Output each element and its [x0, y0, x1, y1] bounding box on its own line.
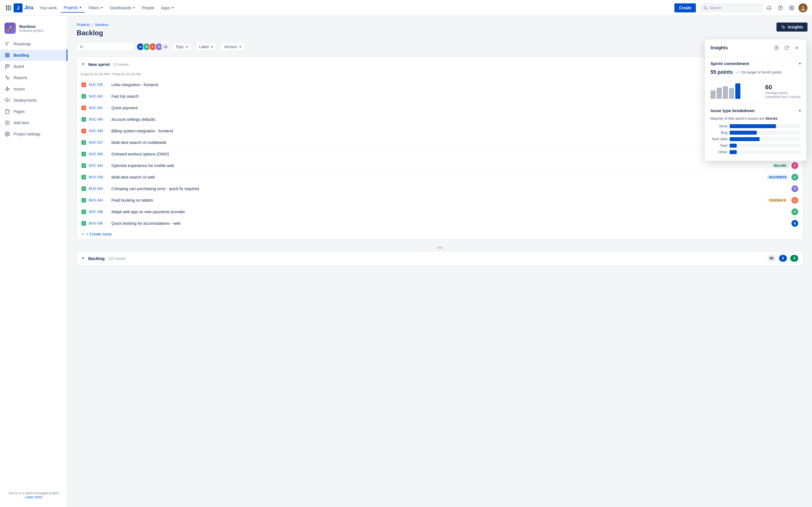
sidebar-item-issues[interactable]: Issues — [0, 83, 67, 95]
sidebar-item-deployments[interactable]: Deployments — [0, 95, 67, 106]
sidebar-item-reports[interactable]: Reports — [0, 72, 67, 83]
issue-key[interactable]: NUC-335 — [89, 83, 109, 87]
filter-search-input[interactable] — [85, 45, 130, 49]
table-row[interactable]: ✓NUC-344Optimize experience for mobile w… — [77, 160, 803, 172]
version-filter[interactable]: Version ▼ — [220, 43, 245, 51]
issue-avatar: O — [792, 197, 798, 204]
sprint-commitment-chevron[interactable]: ▾ — [799, 62, 801, 66]
sidebar-item-backlog[interactable]: Backlog — [0, 50, 67, 61]
nav-dashboards[interactable]: Dashboards ▼ — [107, 3, 138, 12]
issue-key[interactable]: BUG-338 — [89, 175, 109, 179]
sprint-toggle[interactable]: ▼ — [82, 62, 85, 66]
project-settings-label: Project settings — [13, 132, 41, 136]
label-filter[interactable]: Label ▼ — [195, 43, 217, 51]
table-row[interactable]: ✓NUC-360Onboard workout options (OWO)ACC… — [77, 149, 803, 160]
issue-key[interactable]: NUC-346 — [89, 210, 109, 214]
table-row[interactable]: ✓NUC-346Adapt web app no new payments pr… — [77, 206, 803, 218]
issue-summary[interactable]: Billing system integration - frontend — [111, 129, 789, 133]
issue-summary[interactable]: Links integration - frontend — [111, 82, 769, 87]
issue-summary[interactable]: Quick booking for accomodations - web — [111, 221, 789, 226]
issue-key[interactable]: NUC-344 — [89, 164, 109, 168]
epic-filter[interactable]: Epic ▼ — [172, 43, 192, 51]
issue-key[interactable]: NUC-360 — [89, 152, 109, 156]
svg-marker-26 — [5, 87, 9, 91]
issue-list: ✕NUC-335Links integration - frontendBILL… — [77, 79, 803, 229]
insights-refresh-button[interactable] — [783, 44, 791, 52]
breadcrumb-projects[interactable]: Projects — [77, 22, 90, 27]
sidebar-item-add-item[interactable]: Add item — [0, 117, 67, 128]
search-placeholder: Search — [710, 6, 721, 10]
sprint-commitment-section: Sprint commitment ▾ 55 points ✓ On targe… — [705, 57, 806, 104]
app-switcher-icon[interactable] — [4, 4, 12, 12]
backlog-header: ▼ Backlog 122 issues 65 0 0 — [77, 251, 803, 265]
learn-more-link[interactable]: Learn more — [25, 495, 42, 499]
issue-summary[interactable]: Account settings defaults — [111, 117, 764, 122]
jira-logo[interactable]: J Jira — [13, 3, 33, 12]
table-row[interactable]: ✓NUC-340Account settings defaultsACCOUNT… — [77, 114, 803, 125]
svg-rect-35 — [437, 248, 443, 248]
nav-people[interactable]: People — [139, 3, 157, 12]
issue-summary[interactable]: Multi-dest search UI web — [111, 175, 764, 179]
issue-key[interactable]: NUC-337 — [89, 140, 109, 145]
backlog-toggle[interactable]: ▼ — [82, 256, 85, 260]
breadcrumb: Projects / Nucleus — [77, 22, 803, 27]
table-row[interactable]: ✕NUC-339Billing system integration - fro… — [77, 125, 803, 137]
table-row[interactable]: ✕NUC-341Quick paymentFEEDBACKO — [77, 102, 803, 114]
issue-key[interactable]: NUC-342 — [89, 94, 109, 98]
table-row[interactable]: ✓BUG-336Quick booking for accomodations … — [77, 218, 803, 229]
issue-summary[interactable]: Optimize experience for mobile web — [111, 163, 769, 168]
table-row[interactable]: ✓BUG-343Fluid booking on tabletsFEEDBACK… — [77, 194, 803, 206]
help-button[interactable] — [776, 3, 785, 12]
search-box[interactable]: Search — [700, 4, 762, 12]
svg-point-31 — [7, 133, 8, 135]
issue-summary[interactable]: Adapt web app no new payments provider — [111, 210, 789, 214]
table-row[interactable]: ✓BUG-338Multi-dest search UI webACCOUNTS… — [77, 172, 803, 183]
issue-summary[interactable]: Fluid booking on tablets — [111, 198, 764, 203]
svg-rect-21 — [5, 53, 9, 54]
table-row[interactable]: ✓NUC-337Multi-dest search UI mobilewebAC… — [77, 137, 803, 149]
filter-search[interactable] — [77, 43, 133, 51]
table-row[interactable]: ✕NUC-335Links integration - frontendBILL… — [77, 79, 803, 91]
insights-button[interactable]: Insights — [776, 22, 808, 32]
svg-rect-24 — [5, 64, 7, 68]
issue-key[interactable]: NUC-341 — [89, 106, 109, 110]
issue-summary[interactable]: Onboard workout options (OWO) — [111, 152, 764, 156]
issue-key[interactable]: BUG-354 — [89, 187, 109, 191]
sidebar-footer: You're in a team-managed project Learn m… — [0, 488, 67, 503]
pages-label: Pages — [13, 109, 25, 114]
issue-key[interactable]: NUC-339 — [89, 129, 109, 133]
table-row[interactable]: ✓BUG-354Cshoping cart purchasing error -… — [77, 183, 803, 194]
settings-button[interactable] — [787, 3, 796, 12]
sidebar-item-project-settings[interactable]: Project settings — [0, 128, 67, 140]
user-avatar[interactable] — [799, 3, 808, 12]
issue-key[interactable]: NUC-340 — [89, 117, 109, 121]
issue-summary[interactable]: Quick payment — [111, 106, 764, 110]
notifications-button[interactable] — [765, 3, 774, 12]
breadcrumb-project[interactable]: Nucleus — [95, 22, 109, 27]
story-icon: ✓ — [82, 94, 86, 99]
create-issue-button[interactable]: + + Create issue — [77, 229, 803, 239]
issue-summary[interactable]: Fast trip search — [111, 94, 764, 99]
sidebar-item-pages[interactable]: Pages — [0, 106, 67, 117]
nav-apps[interactable]: Apps ▼ — [158, 3, 177, 12]
issue-breakdown-section: Issue type breakdown ▾ Majority of this … — [705, 104, 806, 161]
sprint-section: ▼ New sprint 13 issues 55 0 0 Start spri… — [77, 57, 803, 239]
insights-help-button[interactable] — [772, 44, 780, 52]
create-button[interactable]: Create — [674, 3, 696, 12]
drag-handle[interactable] — [77, 244, 803, 251]
table-row[interactable]: ✓NUC-342Fast trip searchACCOUNTSG — [77, 91, 803, 102]
sidebar-item-board[interactable]: Board — [0, 61, 67, 72]
nav-your-work[interactable]: Your work — [37, 3, 60, 12]
nav-projects[interactable]: Projects ▼ — [61, 3, 85, 13]
backlog-icon — [4, 52, 10, 58]
nav-filters[interactable]: Filters ▼ — [86, 3, 106, 12]
story-icon: ✓ — [82, 210, 86, 214]
sidebar-item-roadmap[interactable]: Roadmap — [0, 38, 67, 50]
issue-summary[interactable]: Cshoping cart purchasing error - quick f… — [111, 186, 789, 191]
issue-key[interactable]: BUG-343 — [89, 198, 109, 202]
insights-close-button[interactable] — [793, 44, 801, 52]
issue-breakdown-chevron[interactable]: ▾ — [799, 109, 801, 113]
issue-summary[interactable]: Multi-dest search UI mobileweb — [111, 140, 764, 145]
issue-key[interactable]: BUG-336 — [89, 221, 109, 225]
avatar-more[interactable]: +3 — [161, 43, 169, 51]
